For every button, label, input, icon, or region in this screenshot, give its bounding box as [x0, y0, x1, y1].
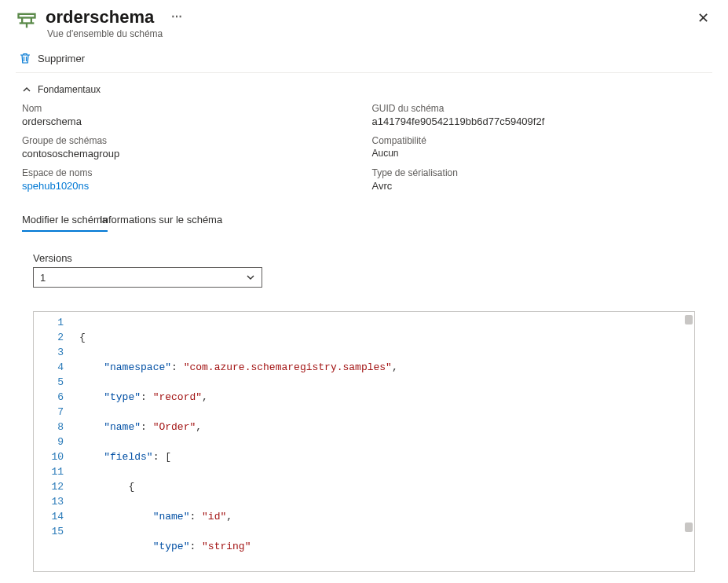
- ess-serial-label: Type de sérialisation: [372, 167, 707, 178]
- tab-schema-info[interactable]: Informations sur le schéma: [100, 214, 222, 232]
- ess-guid-value: a141794fe90542119bb6d77c59409f2f: [372, 116, 707, 127]
- close-icon[interactable]: ✕: [694, 8, 712, 28]
- tabs: Modifier le schéma Informations sur le s…: [0, 200, 728, 232]
- versions-selected: 1: [40, 272, 46, 284]
- editor-code[interactable]: { "namespace": "com.azure.schemaregistry…: [75, 312, 694, 571]
- ess-guid-label: GUID du schéma: [372, 103, 707, 114]
- editor-scrollbar-bottom[interactable]: [685, 522, 693, 532]
- versions-dropdown[interactable]: 1: [33, 267, 262, 288]
- ess-namespace-label: Espace de noms: [22, 167, 357, 178]
- ess-serial-value: Avrc: [372, 180, 707, 192]
- ess-serial: Type de sérialisation Avrc: [372, 167, 707, 192]
- ess-name: Nom orderschema: [22, 103, 357, 127]
- ess-namespace: Espace de noms spehub1020ns: [22, 167, 357, 192]
- schema-editor[interactable]: 1 2 3 4 5 6 7 8 9 10 11 12 13 14 15 { "n…: [33, 311, 695, 572]
- tab-modify-schema[interactable]: Modifier le schéma: [22, 214, 108, 232]
- essentials-section: Fondamentaux Nom orderschema GUID du sch…: [0, 73, 728, 200]
- ess-name-value: orderschema: [22, 116, 357, 127]
- chevron-down-icon: [246, 273, 255, 282]
- chevron-up-icon: [22, 85, 31, 94]
- versions-section: Versions 1: [0, 232, 728, 295]
- ess-group-label: Groupe de schémas: [22, 135, 357, 146]
- delete-button[interactable]: Supprimer: [19, 52, 85, 64]
- schema-icon: [16, 9, 38, 31]
- delete-label: Supprimer: [38, 53, 85, 64]
- ess-namespace-value[interactable]: spehub1020ns: [22, 180, 357, 192]
- ess-guid: GUID du schéma a141794fe90542119bb6d77c5…: [372, 103, 707, 127]
- page-title: orderschema: [46, 8, 154, 27]
- trash-icon: [19, 52, 31, 64]
- panel-header: orderschema ⋯ Vue d'ensemble du schéma ✕: [0, 0, 728, 44]
- ess-compat: Compatibilité Aucun: [372, 135, 707, 160]
- page-subtitle: Vue d'ensemble du schéma: [47, 28, 694, 39]
- ess-compat-label: Compatibilité: [372, 135, 707, 146]
- toolbar: Supprimer: [0, 44, 728, 72]
- essentials-toggle[interactable]: Fondamentaux: [22, 84, 706, 95]
- ess-compat-value: Aucun: [372, 148, 707, 159]
- editor-gutter: 1 2 3 4 5 6 7 8 9 10 11 12 13 14 15: [34, 312, 75, 571]
- versions-label: Versions: [33, 252, 695, 264]
- ess-group-value: contososchemagroup: [22, 148, 357, 160]
- svg-rect-0: [19, 14, 35, 18]
- ess-group: Groupe de schémas contososchemagroup: [22, 135, 357, 160]
- more-actions-icon[interactable]: ⋯: [171, 11, 183, 23]
- ess-name-label: Nom: [22, 103, 357, 114]
- editor-scrollbar-top[interactable]: [685, 315, 693, 324]
- essentials-label: Fondamentaux: [38, 84, 101, 95]
